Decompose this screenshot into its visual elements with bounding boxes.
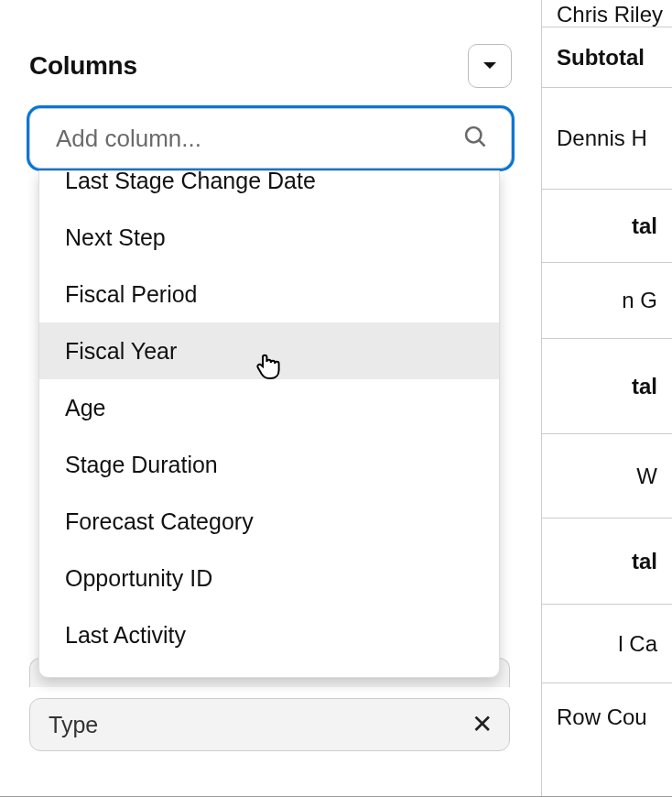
data-cell[interactable]: W: [542, 434, 672, 519]
column-option[interactable]: Fiscal Year: [39, 322, 499, 379]
report-preview-table: Chris RileySubtotalDennis Htaln Gtal Wta…: [542, 0, 672, 797]
add-column-input[interactable]: [29, 108, 512, 169]
column-option[interactable]: Forecast Category: [39, 493, 499, 550]
data-cell[interactable]: Chris Riley: [542, 0, 672, 27]
chip-remove-icon[interactable]: ✕: [471, 712, 493, 737]
column-option[interactable]: Age: [39, 379, 499, 436]
column-option[interactable]: Opportunity ID: [39, 550, 499, 606]
column-results-popover: Last Stage Change DateNext StepFiscal Pe…: [38, 170, 500, 678]
section-header: Columns: [29, 0, 512, 104]
data-cell[interactable]: l Ca: [542, 605, 672, 683]
search-icon: [462, 124, 488, 153]
column-option[interactable]: Fiscal Period: [39, 266, 499, 322]
data-cell[interactable]: Dennis H: [542, 88, 672, 190]
data-cell[interactable]: Row Cou: [542, 683, 672, 751]
column-option[interactable]: Stage Duration: [39, 436, 499, 493]
data-cell[interactable]: n G: [542, 263, 672, 339]
column-chip-type[interactable]: Type ✕: [29, 698, 510, 751]
svg-line-1: [480, 141, 485, 147]
subtotal-cell[interactable]: tal: [542, 519, 672, 605]
svg-point-0: [466, 127, 481, 142]
columns-options-dropdown[interactable]: [468, 44, 512, 88]
column-option[interactable]: Last Stage Change Date: [39, 170, 499, 209]
subtotal-cell[interactable]: tal: [542, 339, 672, 434]
chevron-down-icon: [482, 61, 497, 71]
subtotal-cell[interactable]: Subtotal: [542, 27, 672, 88]
column-option[interactable]: Description: [39, 663, 499, 678]
section-title: Columns: [29, 51, 137, 81]
columns-panel: Columns Last Stage Change DateNext StepF…: [0, 0, 542, 797]
subtotal-cell[interactable]: tal: [542, 190, 672, 263]
chip-label: Type: [49, 712, 98, 738]
add-column-search-wrap: [29, 108, 512, 169]
column-option[interactable]: Last Activity: [39, 606, 499, 663]
column-option[interactable]: Next Step: [39, 209, 499, 266]
